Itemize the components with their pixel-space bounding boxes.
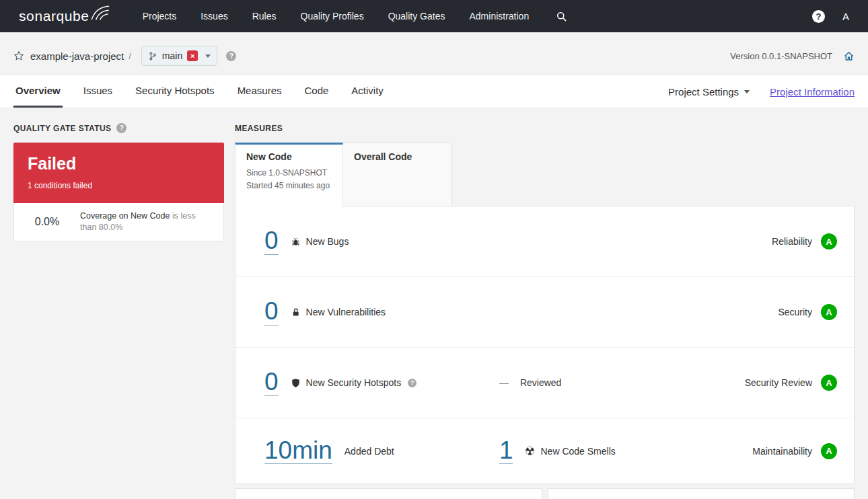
overall-code-tab-label: Overall Code (354, 151, 440, 162)
domain-label: Maintainability (752, 446, 812, 457)
new-vulnerabilities-count[interactable]: 0 (264, 299, 279, 325)
branch-icon (148, 51, 157, 61)
measures-section-header: MEASURES (235, 123, 855, 133)
breadcrumb-separator: / (129, 51, 131, 61)
breadcrumb-bar: example-java-project / main × ? Version … (0, 32, 868, 75)
measure-main: 0 New Bugs (264, 228, 499, 255)
lock-icon (291, 307, 301, 317)
condition-value: 0.0% (21, 216, 73, 228)
added-debt-value[interactable]: 10min (264, 438, 332, 465)
favorite-star-icon[interactable] (13, 50, 24, 61)
measure-domain-group: Maintainability A (752, 443, 837, 459)
home-icon[interactable] (843, 50, 855, 62)
rating-badge: A (821, 233, 837, 250)
metric-label: New Security Hotspots (306, 377, 402, 388)
sonarqube-logo-text: sonarqube (19, 0, 89, 32)
branch-help-icon[interactable]: ? (226, 51, 236, 61)
nav-item-issues[interactable]: Issues (201, 0, 227, 32)
project-tabs: Overview Issues Security Hotspots Measur… (13, 75, 386, 108)
nav-item-quality-profiles[interactable]: Quality Profiles (301, 0, 364, 32)
tab-measures[interactable]: Measures (236, 75, 284, 108)
condition-description: Coverage on New Code is less than 80.0% (80, 210, 214, 234)
search-icon[interactable] (556, 11, 567, 22)
nav-item-quality-gates[interactable]: Quality Gates (388, 0, 445, 32)
project-settings-label: Project Settings (668, 86, 739, 98)
reviewed-value: — (499, 377, 509, 388)
measure-main: 0 New Vulnerabilities (264, 299, 499, 325)
tabbar-right: Project Settings Project Information (668, 75, 855, 108)
metric-label-group: New Code Smells (525, 446, 615, 457)
sonarqube-swoosh-icon (92, 5, 110, 21)
project-settings-menu[interactable]: Project Settings (668, 86, 750, 98)
metric-label-group: New Vulnerabilities (291, 307, 386, 317)
metric-label: Added Debt (345, 446, 394, 457)
main-nav: Projects Issues Rules Quality Profiles Q… (143, 0, 530, 32)
help-icon[interactable]: ? (812, 10, 825, 23)
overview-content: QUALITY GATE STATUS ? Failed 1 condition… (0, 108, 868, 499)
chevron-down-icon (744, 90, 750, 93)
new-code-smells-count[interactable]: 1 (499, 438, 513, 465)
code-smell-icon (525, 446, 535, 456)
tab-code[interactable]: Code (302, 75, 330, 108)
metric-label-group: New Bugs (291, 236, 349, 247)
nav-item-projects[interactable]: Projects (143, 0, 177, 32)
tab-overall-code[interactable]: Overall Code (343, 143, 451, 206)
measure-secondary: 1 New Code Smells (499, 438, 752, 465)
rating-badge: A (821, 443, 837, 459)
condition-metric: Coverage on New Code (80, 211, 170, 221)
new-code-started: Started 45 minutes ago (246, 181, 332, 190)
tab-overview[interactable]: Overview (13, 75, 63, 108)
tab-issues[interactable]: Issues (81, 75, 114, 108)
measures-list: 0 New Bugs Reliability A 0 (235, 206, 855, 484)
quality-gate-help-icon[interactable]: ? (116, 123, 126, 133)
measure-row-maintainability: 10min Added Debt 1 New Code Smells (236, 418, 854, 484)
nav-item-administration[interactable]: Administration (469, 0, 529, 32)
domain-label: Reliability (772, 236, 812, 247)
top-navbar: sonarqube Projects Issues Rules Quality … (0, 0, 868, 32)
tab-security-hotspots[interactable]: Security Hotspots (133, 75, 217, 108)
nav-item-rules[interactable]: Rules (252, 0, 277, 32)
branch-selector[interactable]: main × (141, 46, 217, 66)
tab-new-code[interactable]: New Code Since 1.0-SNAPSHOT Started 45 m… (235, 143, 343, 206)
breadcrumb-project-link[interactable]: example-java-project (30, 50, 124, 62)
measures-section-title: MEASURES (235, 124, 283, 133)
quality-gate-status-card: Failed 1 conditions failed (13, 143, 224, 203)
domain-label: Security Review (745, 377, 812, 388)
rating-badge: A (821, 375, 837, 391)
metric-label: New Bugs (306, 236, 349, 247)
project-information-link[interactable]: Project Information (770, 86, 855, 98)
navbar-right: ? A (812, 10, 849, 23)
measure-row-bugs: 0 New Bugs Reliability A (236, 206, 854, 277)
reviewed-label: Reviewed (520, 377, 561, 388)
avatar[interactable]: A (842, 11, 849, 22)
metric-label: New Vulnerabilities (306, 307, 386, 317)
new-bugs-count[interactable]: 0 (264, 228, 279, 255)
metric-label-group: Added Debt (345, 446, 394, 457)
project-tabbar: Overview Issues Security Hotspots Measur… (0, 75, 868, 108)
new-code-tab-label: New Code (246, 151, 332, 162)
duplications-card-partial (548, 488, 855, 499)
measure-main: 10min Added Debt (264, 438, 499, 465)
next-section-cards (235, 488, 855, 499)
measure-main: 0 New Security Hotspots ? (264, 369, 499, 396)
rating-badge: A (821, 304, 837, 320)
measure-domain-group: Reliability A (772, 233, 837, 250)
sonarqube-logo[interactable]: sonarqube (19, 0, 110, 32)
quality-gate-panel: QUALITY GATE STATUS ? Failed 1 condition… (13, 123, 224, 499)
quality-gate-section-header: QUALITY GATE STATUS ? (13, 123, 224, 133)
tab-activity[interactable]: Activity (349, 75, 386, 108)
measures-panel: MEASURES New Code Since 1.0-SNAPSHOT Sta… (235, 123, 855, 499)
branch-failed-badge: × (187, 50, 198, 61)
bug-icon (291, 237, 301, 247)
coverage-card-partial (235, 488, 542, 499)
new-security-hotspots-count[interactable]: 0 (264, 369, 279, 396)
hotspots-help-icon[interactable]: ? (408, 379, 417, 387)
chevron-down-icon (205, 54, 211, 58)
measure-row-vulnerabilities: 0 New Vulnerabilities Security A (236, 277, 854, 348)
version-label: Version 0.0.1-SNAPSHOT (730, 51, 832, 61)
measure-domain-group: Security A (778, 304, 837, 320)
metric-label-group: New Security Hotspots ? (291, 377, 417, 388)
branch-name: main (162, 50, 182, 61)
failed-condition-row[interactable]: 0.0% Coverage on New Code is less than 8… (13, 203, 224, 241)
quality-gate-conditions-summary: 1 conditions failed (28, 181, 210, 190)
